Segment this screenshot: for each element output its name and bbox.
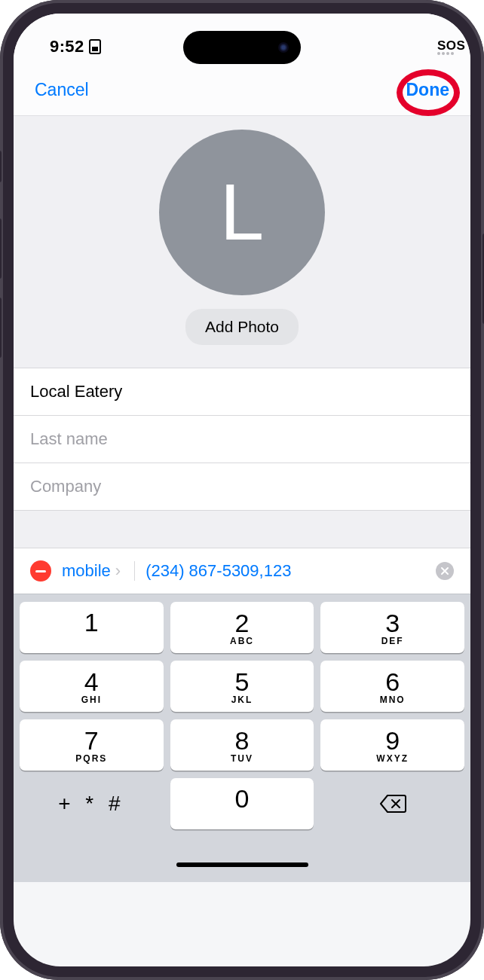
key-9[interactable]: 9WXYZ	[320, 719, 464, 771]
sim-icon	[89, 39, 101, 54]
key-7[interactable]: 7PQRS	[20, 719, 164, 771]
company-field[interactable]	[30, 477, 454, 496]
key-8[interactable]: 8TUV	[170, 719, 314, 771]
nav-bar: Cancel Done	[14, 66, 470, 116]
status-time: 9:52	[50, 37, 84, 56]
screen: 9:52 SOS 80	[14, 14, 470, 966]
avatar-initial: L	[220, 167, 264, 258]
key-5[interactable]: 5JKL	[170, 661, 314, 712]
home-indicator[interactable]	[176, 862, 308, 867]
clear-text-button[interactable]	[436, 562, 454, 580]
volume-up-button	[0, 218, 2, 279]
numeric-keypad: 1 2ABC 3DEF 4GHI 5JKL 6MNO 7PQRS 8TUV 9W…	[14, 594, 470, 838]
silent-switch	[0, 151, 2, 182]
phone-frame: 9:52 SOS 80	[0, 0, 484, 980]
home-indicator-area	[14, 838, 470, 882]
done-button[interactable]: Done	[406, 80, 450, 100]
remove-phone-button[interactable]	[30, 560, 51, 582]
cancel-button[interactable]: Cancel	[35, 80, 89, 100]
key-0[interactable]: 0	[170, 778, 314, 829]
key-4[interactable]: 4GHI	[20, 661, 164, 712]
key-6[interactable]: 6MNO	[320, 661, 464, 712]
volume-down-button	[0, 298, 2, 358]
section-gap	[14, 511, 470, 548]
phone-number-input[interactable]: (234) 867-5309,123	[146, 561, 425, 581]
name-fields-group	[14, 368, 470, 511]
dynamic-island	[183, 31, 301, 64]
key-3[interactable]: 3DEF	[320, 602, 464, 653]
phone-label-selector[interactable]: mobile ›	[62, 561, 135, 581]
add-photo-button[interactable]: Add Photo	[185, 309, 299, 345]
sos-indicator: SOS	[437, 38, 465, 55]
last-name-field[interactable]	[30, 429, 454, 449]
first-name-field[interactable]	[30, 382, 454, 401]
phone-entry-row: mobile › (234) 867-5309,123	[14, 548, 470, 594]
key-1[interactable]: 1	[20, 602, 164, 653]
key-symbols[interactable]: + * #	[20, 778, 164, 829]
backspace-key[interactable]	[320, 778, 464, 829]
chevron-right-icon: ›	[115, 561, 121, 581]
phone-label-text: mobile	[62, 561, 111, 581]
contact-avatar[interactable]: L	[159, 130, 325, 295]
photo-section: L Add Photo	[14, 116, 470, 368]
key-2[interactable]: 2ABC	[170, 602, 314, 653]
